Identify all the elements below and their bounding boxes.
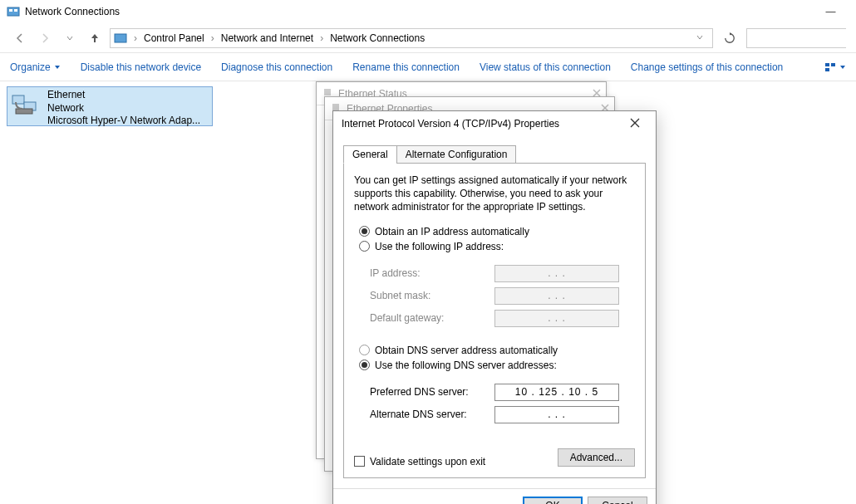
- view-options-button[interactable]: [824, 62, 846, 72]
- change-settings-link[interactable]: Change settings of this connection: [631, 61, 783, 73]
- rename-link[interactable]: Rename this connection: [352, 61, 460, 73]
- breadcrumb-item[interactable]: Control Panel: [140, 32, 208, 44]
- forward-button[interactable]: [35, 28, 55, 48]
- breadcrumb-item[interactable]: Network Connections: [327, 32, 428, 44]
- radio-obtain-ip[interactable]: [359, 226, 370, 237]
- radio-use-dns[interactable]: [359, 360, 370, 370]
- ip-address-input: . . .: [494, 265, 619, 282]
- up-button[interactable]: [85, 28, 105, 48]
- address-bar: › Control Panel › Network and Internet ›…: [0, 23, 856, 53]
- preferred-dns-label: Preferred DNS server:: [370, 386, 494, 398]
- use-ip-radio-row[interactable]: Use the following IP address:: [359, 241, 635, 252]
- dialog-titlebar[interactable]: Internet Protocol Version 4 (TCP/IPv4) P…: [333, 111, 656, 136]
- ipv4-properties-dialog: Internet Protocol Version 4 (TCP/IPv4) P…: [332, 110, 657, 504]
- radio-label: Use the following IP address:: [375, 241, 504, 252]
- subnet-mask-input: . . .: [494, 287, 619, 305]
- cancel-button[interactable]: Cancel: [588, 497, 647, 504]
- alternate-dns-label: Alternate DNS server:: [370, 409, 494, 420]
- adapter-status: Network: [47, 102, 200, 115]
- preferred-dns-input[interactable]: 10 . 125 . 10 . 5: [494, 384, 619, 401]
- svg-rect-11: [332, 104, 339, 110]
- ip-address-label: IP address:: [370, 267, 494, 279]
- breadcrumb-dropdown[interactable]: [691, 32, 709, 44]
- view-status-link[interactable]: View status of this connection: [480, 61, 611, 73]
- refresh-button[interactable]: [718, 28, 741, 48]
- breadcrumb-icon: [114, 32, 127, 45]
- svg-rect-2: [14, 9, 17, 12]
- recent-dropdown[interactable]: [60, 28, 80, 48]
- svg-rect-6: [825, 68, 829, 71]
- radio-label: Obtain DNS server address automatically: [375, 345, 558, 356]
- window-titlebar: Network Connections —: [0, 0, 856, 23]
- network-adapter-item[interactable]: Ethernet Network Microsoft Hyper-V Netwo…: [7, 86, 213, 126]
- adapter-device: Microsoft Hyper-V Network Adap...: [47, 115, 200, 128]
- tab-alternate[interactable]: Alternate Configuration: [396, 145, 517, 164]
- obtain-dns-radio-row[interactable]: Obtain DNS server address automatically: [359, 345, 635, 356]
- chevron-right-icon[interactable]: ›: [132, 32, 139, 44]
- minimize-button[interactable]: —: [812, 0, 849, 23]
- advanced-button[interactable]: Advanced...: [558, 448, 635, 467]
- breadcrumb[interactable]: › Control Panel › Network and Internet ›…: [110, 28, 713, 48]
- subnet-mask-label: Subnet mask:: [370, 290, 494, 301]
- svg-rect-7: [12, 95, 24, 104]
- disable-device-link[interactable]: Disable this network device: [81, 61, 201, 73]
- validate-checkbox-row[interactable]: Validate settings upon exit: [354, 456, 485, 467]
- chevron-right-icon[interactable]: ›: [318, 32, 325, 44]
- radio-label: Use the following DNS server addresses:: [375, 360, 557, 371]
- dialog-title: Internet Protocol Version 4 (TCP/IPv4) P…: [342, 118, 622, 130]
- chevron-right-icon[interactable]: ›: [209, 32, 216, 44]
- adapter-name: Ethernet: [47, 89, 200, 102]
- radio-obtain-dns[interactable]: [359, 345, 370, 355]
- adapter-icon: [9, 89, 42, 122]
- search-input[interactable]: [746, 28, 846, 48]
- default-gateway-label: Default gateway:: [370, 312, 494, 324]
- svg-rect-1: [9, 9, 12, 12]
- breadcrumb-item[interactable]: Network and Internet: [218, 32, 317, 44]
- radio-use-ip[interactable]: [359, 241, 370, 252]
- command-bar: Organize Disable this network device Dia…: [0, 53, 856, 81]
- ok-button[interactable]: OK: [523, 497, 583, 504]
- back-button[interactable]: [10, 28, 30, 48]
- diagnose-link[interactable]: Diagnose this connection: [221, 61, 332, 73]
- use-dns-radio-row[interactable]: Use the following DNS server addresses:: [359, 360, 635, 371]
- validate-checkbox[interactable]: [354, 456, 365, 467]
- svg-rect-5: [831, 63, 835, 66]
- alternate-dns-input[interactable]: . . .: [494, 406, 619, 423]
- app-icon: [7, 5, 20, 18]
- obtain-ip-radio-row[interactable]: Obtain an IP address automatically: [359, 226, 635, 237]
- svg-rect-3: [115, 34, 126, 42]
- organize-menu[interactable]: Organize: [10, 61, 61, 73]
- default-gateway-input: . . .: [494, 310, 619, 327]
- svg-rect-4: [825, 63, 829, 66]
- checkbox-label: Validate settings upon exit: [370, 456, 485, 467]
- tab-general[interactable]: General: [343, 145, 397, 164]
- organize-label: Organize: [10, 61, 51, 73]
- radio-label: Obtain an IP address automatically: [375, 226, 529, 237]
- window-title: Network Connections: [25, 6, 812, 17]
- svg-rect-9: [16, 109, 32, 114]
- close-button[interactable]: [622, 117, 647, 130]
- description-text: You can get IP settings assigned automat…: [354, 174, 635, 214]
- svg-rect-10: [324, 89, 331, 95]
